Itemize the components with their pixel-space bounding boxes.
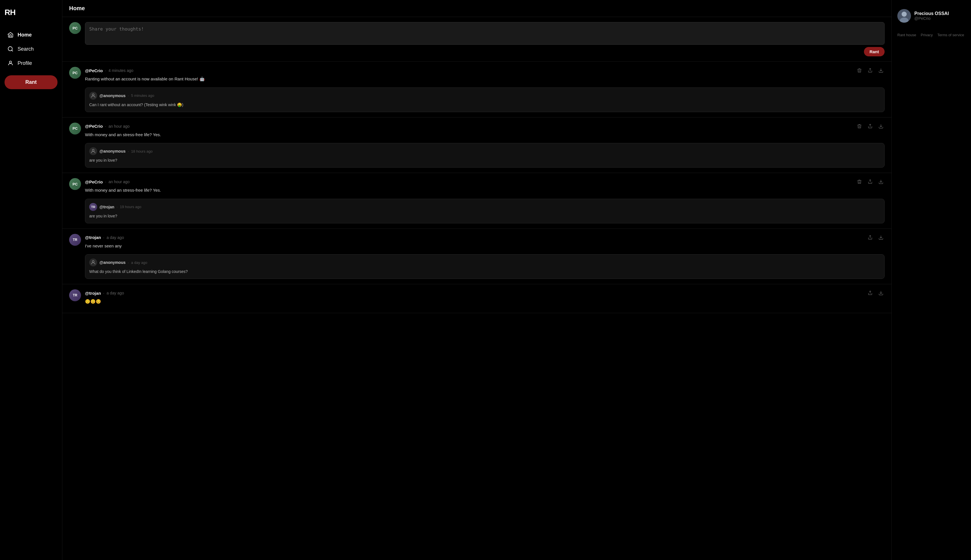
post-4-author-row: @trojan · a day ago <box>85 234 884 241</box>
post-4-reply-content: What do you think of LinkedIn learning G… <box>89 269 880 275</box>
post-3-delete-button[interactable] <box>856 178 863 185</box>
sidebar-item-home[interactable]: Home <box>5 28 57 41</box>
post-1-reply-content: Can I rant without an account? (Testing … <box>89 102 880 108</box>
post-4-time: a day ago <box>107 235 124 240</box>
feed-title: Home <box>62 0 891 17</box>
post-4-username: @trojan <box>85 235 101 240</box>
main-feed: Home PC Rant PC @PeCrio · 4 minutes ago <box>62 0 892 560</box>
post-1-reply-meta: @anonymous · 5 minutes ago <box>89 92 880 100</box>
sidebar-item-profile[interactable]: Profile <box>5 57 57 70</box>
sidebar: RH Home Search Profile Rant <box>0 0 62 560</box>
post-1-author-row: @PeCrio · 4 minutes ago <box>85 67 884 74</box>
post-4-meta: @trojan · a day ago I've never seen any <box>85 234 884 279</box>
post-5: TR @trojan · a day ago <box>62 284 891 313</box>
post-4-avatar: TR <box>69 234 81 246</box>
post-2-header: PC @PeCrio · an hour ago <box>69 123 884 168</box>
post-4-download-button[interactable] <box>877 234 884 241</box>
post-4-actions <box>866 234 884 241</box>
footer-link-tos[interactable]: Terms of service <box>937 33 964 37</box>
post-3-header: PC @PeCrio · an hour ago <box>69 178 884 223</box>
post-1-reply-avatar <box>89 92 97 100</box>
post-2: PC @PeCrio · an hour ago <box>62 117 891 173</box>
post-1-download-button[interactable] <box>877 67 884 74</box>
post-3-reply-meta: TR @trojan · 19 hours ago <box>89 203 880 211</box>
post-2-username: @PeCrio <box>85 124 103 128</box>
footer-links: Rant house Privacy Terms of service <box>898 33 965 37</box>
post-3-share-button[interactable] <box>866 178 874 185</box>
post-3: PC @PeCrio · an hour ago <box>62 173 891 229</box>
post-2-content: With money and an stress-free life? Yes. <box>85 132 884 138</box>
post-1-reply: @anonymous · 5 minutes ago Can I rant wi… <box>85 87 884 112</box>
sidebar-item-profile-label: Profile <box>18 60 32 66</box>
post-5-header: TR @trojan · a day ago <box>69 289 884 308</box>
post-5-avatar: TR <box>69 289 81 301</box>
profile-name: Precious OSSAI <box>914 11 949 16</box>
sidebar-nav: Home Search Profile <box>5 28 57 71</box>
post-1-author: @PeCrio · 4 minutes ago <box>85 68 133 73</box>
compose-input[interactable] <box>85 22 884 45</box>
svg-point-12 <box>92 260 94 262</box>
post-1-meta: @PeCrio · 4 minutes ago <box>85 67 884 112</box>
post-5-content: 🙂😊😊 <box>85 298 884 305</box>
post-1-reply-username: @anonymous <box>99 93 125 98</box>
post-5-time: a day ago <box>107 291 124 295</box>
post-2-download-button[interactable] <box>877 123 884 130</box>
post-4: TR @trojan · a day ago <box>62 229 891 285</box>
post-1-avatar: PC <box>69 67 81 79</box>
post-3-download-button[interactable] <box>877 178 884 185</box>
post-5-username: @trojan <box>85 291 101 295</box>
post-3-actions <box>856 178 884 185</box>
post-2-author: @PeCrio · an hour ago <box>85 124 130 128</box>
post-2-reply-avatar <box>89 147 97 155</box>
post-4-reply: @anonymous · a day ago What do you think… <box>85 254 884 279</box>
svg-point-16 <box>902 12 907 17</box>
submit-rant-button[interactable]: Rant <box>864 47 884 56</box>
post-2-author-row: @PeCrio · an hour ago <box>85 123 884 130</box>
post-1-share-button[interactable] <box>866 67 874 74</box>
post-3-meta: @PeCrio · an hour ago <box>85 178 884 223</box>
post-3-username: @PeCrio <box>85 180 103 184</box>
post-2-reply: @anonymous · 18 hours ago are you in lov… <box>85 143 884 168</box>
post-3-time: an hour ago <box>108 180 130 184</box>
post-5-download-button[interactable] <box>877 289 884 297</box>
post-4-reply-username: @anonymous <box>99 260 125 265</box>
post-1-delete-button[interactable] <box>856 67 863 74</box>
post-4-reply-avatar <box>89 258 97 267</box>
logo: RH <box>5 6 57 19</box>
post-5-author-row: @trojan · a day ago <box>85 289 884 297</box>
post-2-reply-content: are you in love? <box>89 157 880 163</box>
post-2-time: an hour ago <box>108 124 130 128</box>
post-3-author-row: @PeCrio · an hour ago <box>85 178 884 185</box>
compose-section: PC Rant <box>62 17 891 62</box>
post-4-header: TR @trojan · a day ago <box>69 234 884 279</box>
footer-link-privacy[interactable]: Privacy <box>921 33 933 37</box>
search-icon <box>7 46 13 52</box>
footer-link-ranthouse[interactable]: Rant house <box>898 33 916 37</box>
post-3-reply-username: @trojan <box>99 205 114 209</box>
sidebar-item-search[interactable]: Search <box>5 42 57 55</box>
post-4-content: I've never seen any <box>85 243 884 250</box>
post-5-actions <box>866 289 884 297</box>
svg-point-0 <box>8 47 12 51</box>
rant-nav-button[interactable]: Rant <box>5 75 57 89</box>
post-2-reply-meta: @anonymous · 18 hours ago <box>89 147 880 155</box>
profile-card: Precious OSSAI @PeCrio <box>898 6 965 26</box>
svg-point-1 <box>9 61 11 63</box>
profile-handle: @PeCrio <box>914 16 949 21</box>
profile-avatar <box>898 9 911 23</box>
post-2-delete-button[interactable] <box>856 123 863 130</box>
post-3-avatar: PC <box>69 178 81 190</box>
post-3-reply-time: 19 hours ago <box>120 205 141 209</box>
post-5-author: @trojan · a day ago <box>85 291 124 295</box>
post-4-author: @trojan · a day ago <box>85 235 124 240</box>
post-3-author: @PeCrio · an hour ago <box>85 180 130 184</box>
post-5-meta: @trojan · a day ago 🙂😊😊 <box>85 289 884 308</box>
post-4-share-button[interactable] <box>866 234 874 241</box>
sidebar-item-home-label: Home <box>18 32 32 38</box>
post-1-content: Ranting without an account is now availa… <box>85 76 884 82</box>
post-5-share-button[interactable] <box>866 289 874 297</box>
post-2-meta: @PeCrio · an hour ago <box>85 123 884 168</box>
svg-point-4 <box>92 94 94 96</box>
post-2-share-button[interactable] <box>866 123 874 130</box>
post-3-reply-content: are you in love? <box>89 213 880 219</box>
